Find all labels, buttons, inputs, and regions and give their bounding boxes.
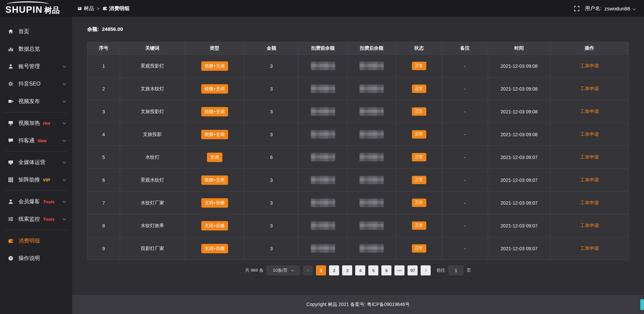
grid-icon: [8, 177, 14, 182]
sidebar-item-tag: VIP: [43, 177, 50, 182]
work-order-link[interactable]: 工单申请: [580, 223, 599, 228]
cell-balance-before: [299, 55, 347, 77]
redacted-value: [360, 153, 384, 161]
page-button-3[interactable]: 3: [342, 265, 352, 275]
cell-status: 正常: [396, 169, 442, 192]
table-row: 9 投影灯厂家 主词+后缀 3 正常 - 2021-12-03 09:07 工单…: [88, 237, 629, 260]
page-button-2[interactable]: 2: [329, 265, 339, 275]
goto-label: 前往: [436, 267, 445, 273]
page-button-1[interactable]: 1: [316, 265, 326, 275]
sidebar-item-consume-detail[interactable]: 消费明细: [0, 232, 72, 250]
prev-page-button[interactable]: [303, 265, 313, 275]
breadcrumb-current-label: 消费明细: [109, 5, 129, 12]
gear-icon: [8, 81, 14, 87]
chevron-down-icon: [63, 64, 66, 68]
sliders-icon: [8, 216, 14, 222]
sidebar-item-clue-monitor[interactable]: 线索监控 Tools: [0, 210, 72, 228]
sidebar-item-instructions[interactable]: ? 操作说明: [0, 250, 72, 267]
type-badge: 前缀+主词: [201, 84, 228, 94]
work-order-link[interactable]: 工单申请: [580, 86, 599, 91]
cell-index: 5: [88, 146, 120, 169]
chevron-down-icon: [63, 121, 66, 124]
page-button-5[interactable]: 5: [368, 265, 378, 275]
chevron-down-icon: [63, 217, 66, 220]
work-order-link[interactable]: 工单申请: [580, 63, 599, 68]
cell-action: 工单申请: [550, 192, 629, 214]
sidebar-item-data-overview[interactable]: 数据总览: [0, 40, 72, 58]
page-ellipsis[interactable]: •••: [394, 265, 405, 275]
goto-page-input[interactable]: [448, 265, 464, 275]
cell-amount: 6: [245, 146, 299, 169]
cell-remark: -: [442, 55, 488, 77]
table-row: 8 水纹灯效果 主词+后缀 3 正常 - 2021-12-03 09:07 工单…: [88, 214, 629, 237]
app-logo[interactable]: SHUPIN 树品: [0, 1, 72, 15]
user-icon: [8, 64, 14, 69]
user-menu[interactable]: 用户名: zswodun88: [585, 5, 635, 12]
fullscreen-icon[interactable]: [574, 6, 580, 11]
sidebar-item-video-heat[interactable]: 视频加热 Hot: [0, 114, 72, 132]
cell-keyword: 文旅水纹灯: [120, 77, 185, 100]
cell-balance-before: [299, 146, 347, 169]
sidebar-item-video-publish[interactable]: 视频发布: [0, 93, 72, 110]
work-order-link[interactable]: 工单申请: [580, 200, 599, 205]
page-buttons: 123456•••97: [316, 265, 418, 275]
cell-type: 主词+后缀: [185, 192, 245, 214]
chevron-down-icon: [63, 99, 66, 103]
column-header: 操作: [550, 42, 629, 55]
cell-status: 正常: [396, 192, 442, 214]
cell-status: 正常: [396, 100, 442, 123]
status-badge: 正常: [412, 221, 426, 230]
redacted-value: [311, 199, 335, 207]
page-size-select[interactable]: 10条/页: [266, 265, 300, 275]
cell-balance-after: [347, 237, 396, 260]
work-order-link[interactable]: 工单申请: [580, 154, 599, 160]
type-badge: 前缀+主词: [201, 61, 228, 71]
cell-type: 前缀+主词: [185, 55, 245, 77]
cell-remark: -: [442, 169, 488, 192]
sidebar-item-matrix-boost[interactable]: 矩阵助推 VIP: [0, 171, 72, 189]
sidebar-item-label: 操作说明: [18, 255, 40, 262]
column-header: 扣费前余额: [299, 42, 347, 55]
sidebar: 首页 数据总览 账号管理 抖音SEO 视频发布 视频加热 Hot 抖客通 New…: [0, 17, 72, 314]
sidebar-item-account-manage[interactable]: 账号管理: [0, 58, 72, 75]
chevron-down-icon: [63, 178, 66, 181]
cell-remark: -: [442, 123, 488, 146]
redacted-value: [311, 62, 335, 70]
table-row: 4 文旅投影 前缀+主词 3 正常 - 2021-12-03 09:08 工单申…: [88, 123, 629, 146]
next-page-button[interactable]: [421, 265, 431, 275]
sidebar-item-label: 账号管理: [18, 63, 40, 70]
sidebar-item-media-operation[interactable]: 全媒体运营: [0, 154, 72, 171]
redacted-value: [311, 244, 335, 253]
cell-time: 2021-12-03 09:08: [488, 100, 550, 123]
sidebar-item-member-baoke[interactable]: 会员爆客 Tools: [0, 193, 72, 210]
work-order-link[interactable]: 工单申请: [580, 246, 599, 251]
home-icon: [8, 29, 14, 34]
cell-remark: -: [442, 146, 488, 169]
sidebar-item-tag: Hot: [43, 121, 50, 126]
work-order-link[interactable]: 工单申请: [580, 109, 599, 114]
sidebar-item-douketong[interactable]: 抖客通 New: [0, 132, 72, 149]
work-order-link[interactable]: 工单申请: [580, 132, 599, 137]
breadcrumb-current[interactable]: 消费明细: [103, 5, 129, 12]
cell-amount: 3: [245, 237, 299, 260]
cell-action: 工单申请: [550, 55, 629, 77]
wallet-icon: [8, 238, 14, 244]
work-order-link[interactable]: 工单申请: [580, 177, 599, 182]
cell-time: 2021-12-03 09:08: [488, 77, 550, 100]
sidebar-item-douyin-seo[interactable]: 抖音SEO: [0, 75, 72, 93]
sidebar-item-label: 视频加热: [18, 120, 40, 127]
cell-balance-before: [299, 214, 347, 237]
sidebar-item-label: 矩阵助推: [18, 176, 40, 184]
page-button-6[interactable]: 6: [381, 265, 391, 275]
cell-index: 7: [88, 192, 120, 214]
side-widget-handle[interactable]: [640, 299, 644, 310]
breadcrumb-root[interactable]: 树品: [77, 5, 94, 12]
cell-keyword: 水纹灯效果: [120, 214, 185, 237]
cell-remark: -: [442, 192, 488, 214]
page-button-4[interactable]: 4: [355, 265, 365, 275]
cell-status: 正常: [396, 55, 442, 77]
page-button-97[interactable]: 97: [408, 265, 418, 275]
status-badge: 正常: [412, 62, 426, 70]
sidebar-item-home[interactable]: 首页: [0, 23, 72, 40]
cell-balance-after: [347, 100, 396, 123]
